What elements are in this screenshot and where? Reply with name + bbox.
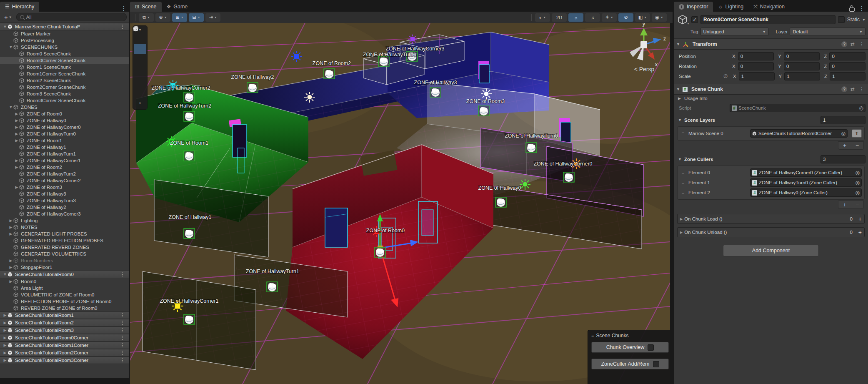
hierarchy-item[interactable]: REFLECTION PROBE of ZONE of Room0 [0, 298, 129, 305]
static-checkbox[interactable] [838, 16, 845, 23]
scale-tool-button[interactable] [134, 65, 146, 76]
hierarchy-item[interactable]: ▶SceneChunkTutorialRoom3Corner⋮ [0, 356, 129, 364]
custom-tools-button[interactable]: ▼ [134, 98, 146, 108]
expand-arrow-icon[interactable]: ▶ [3, 358, 8, 362]
view-tool-button[interactable] [134, 33, 146, 43]
zoneculler-addrem-checkbox[interactable] [653, 361, 659, 367]
hierarchy-item[interactable]: ▶ZONE of Room3 [0, 184, 129, 191]
scene-layers-foldout[interactable]: ▼Scene Layers 1 [674, 115, 868, 125]
scene-menu-icon[interactable]: ⋮ [118, 23, 128, 30]
layer-dropdown[interactable]: Default▼ [790, 28, 865, 36]
hierarchy-item[interactable]: ▶ZONE of HallwayCorner0 [0, 124, 129, 131]
expand-arrow-icon[interactable]: ▼ [8, 105, 13, 109]
hierarchy-item[interactable]: ZONE of HallwayCorner3 [0, 211, 129, 217]
move-tool-button[interactable] [134, 44, 146, 54]
hierarchy-item[interactable]: ▶SceneChunkTutorialRoom2⋮ [0, 319, 129, 326]
audio-mute-button[interactable]: ♫ [585, 13, 600, 22]
hierarchy-item[interactable]: Room1Corner SceneChunk [0, 70, 129, 77]
drag-handle-icon[interactable]: = [680, 180, 686, 185]
expand-arrow-icon[interactable]: ▶ [14, 118, 19, 123]
gameobject-cube-icon[interactable]: ▼ [676, 14, 689, 25]
zone-culler-field[interactable]: # ZONE of HallwayCorner0 (Zone Culler) ◎ [750, 168, 862, 177]
active-checkbox[interactable]: ✓ [691, 16, 698, 23]
scene-chunk-header[interactable]: ▼ # Scene Chunk ? ⇄ ⋮ [674, 84, 868, 95]
marrow-scene-field[interactable]: SceneChunkTutorialRoom0Corner ◎ [750, 129, 848, 138]
inspector-menu-icon[interactable]: ⋮ [856, 5, 867, 12]
expand-arrow-icon[interactable]: ▶ [8, 218, 13, 223]
hierarchy-item[interactable]: GENERATED REFLECTION PROBES [0, 237, 129, 244]
scale-x-field[interactable]: 1 [739, 72, 775, 80]
position-z-field[interactable]: 0 [829, 52, 865, 60]
tab-game[interactable]: ❖ Game [162, 2, 193, 12]
hierarchy-item[interactable]: ▶ZONE of HallwayTurn0 [0, 131, 129, 137]
hierarchy-item[interactable]: ▶ZONE of Hallway0 [0, 117, 129, 124]
expand-arrow-icon[interactable]: ▼ [3, 25, 8, 29]
hierarchy-item[interactable]: ZONE of HallwayTurn1 [0, 151, 129, 157]
usage-info-foldout[interactable]: ▶Usage Info [674, 95, 868, 102]
hierarchy-item[interactable]: ▶ZONE of Room1 [0, 137, 129, 144]
expand-arrow-icon[interactable]: ▶ [8, 259, 13, 263]
expand-arrow-icon[interactable]: ▶ [8, 225, 13, 229]
hierarchy-menu-icon[interactable]: ⋮ [118, 5, 129, 12]
tool-handle-rotation-button[interactable]: ⧉▼ [139, 13, 154, 22]
expand-arrow-icon[interactable]: ▶ [14, 125, 19, 129]
rotation-x-field[interactable]: 0 [738, 62, 774, 70]
hierarchy-item[interactable]: ZONE of Hallway1 [0, 144, 129, 151]
hierarchy-item[interactable]: ▼SCENECHUNKS [0, 44, 129, 50]
object-picker-icon[interactable]: ◎ [855, 170, 860, 176]
expand-arrow-icon[interactable]: ▶ [14, 158, 19, 163]
scene-ref-type-toggle[interactable]: T [852, 129, 862, 138]
tab-inspector[interactable]: i Inspector [674, 2, 713, 12]
scene-lighting-button[interactable]: ☼ [568, 13, 583, 22]
tag-dropdown[interactable]: Untagged▼ [700, 28, 769, 36]
hierarchy-item[interactable]: ▶GENERATED LIGHT PROBES [0, 231, 129, 237]
scene-menu-icon[interactable]: ⋮ [118, 357, 128, 364]
static-dropdown-icon[interactable]: ▼ [862, 18, 865, 22]
hierarchy-item[interactable]: ZONE of HallwayTurn2 [0, 171, 129, 177]
add-element-button[interactable]: + [838, 201, 851, 208]
hierarchy-item[interactable]: ZONE of HallwayCorner2 [0, 177, 129, 184]
add-element-button[interactable]: + [838, 142, 851, 149]
object-picker-icon[interactable]: ◎ [855, 190, 860, 196]
hierarchy-item[interactable]: ▶RoomNumbers [0, 257, 129, 264]
shading-mode-button[interactable]: ◐▼ [535, 13, 550, 22]
effects-button[interactable]: ✳▼ [602, 13, 617, 22]
scene-menu-icon[interactable]: ⋮ [118, 349, 128, 356]
scene-layers-size-field[interactable]: 1 [820, 116, 865, 124]
hierarchy-item[interactable]: VOLUMETRIC of ZONE of Room0 [0, 291, 129, 298]
expand-arrow-icon[interactable]: ▶ [3, 343, 8, 347]
hierarchy-item[interactable]: ▶Lighting [0, 217, 129, 224]
chunk-overview-checkbox[interactable] [648, 344, 654, 351]
zone-culler-field[interactable]: # ZONE of Hallway0 (Zone Culler) ◎ [750, 188, 862, 197]
object-picker-icon[interactable]: ◎ [859, 105, 863, 111]
scene-menu-icon[interactable]: ⋮ [118, 271, 128, 278]
rotation-z-field[interactable]: 0 [829, 62, 865, 70]
hierarchy-item[interactable]: ▶SceneChunkTutorialRoom2Corner⋮ [0, 349, 129, 356]
hierarchy-item[interactable]: Room3Corner SceneChunk [0, 97, 129, 104]
remove-element-button[interactable]: − [851, 201, 863, 208]
camera-settings-button[interactable]: ◧▼ [635, 13, 650, 22]
hierarchy-item[interactable]: ▼Marrow Scene Chunk Tutorial*⋮ [0, 23, 129, 30]
hierarchy-item[interactable]: REVERB ZONE of ZONE of Room0 [0, 305, 129, 311]
hierarchy-item[interactable]: ▶StopgapFloor1 [0, 264, 129, 271]
foldout-icon[interactable]: ▼ [676, 87, 680, 91]
hierarchy-search-input[interactable]: All [16, 13, 127, 21]
hierarchy-item[interactable]: Room2Corner SceneChunk [0, 84, 129, 90]
rect-tool-button[interactable] [134, 76, 146, 87]
lock-icon[interactable] [849, 8, 855, 12]
zone-cullers-size-field[interactable]: 3 [820, 155, 865, 163]
expand-arrow-icon[interactable]: ▶ [3, 336, 8, 340]
create-object-button[interactable]: +▼ [3, 14, 14, 21]
expand-arrow-icon[interactable]: ▶ [8, 279, 13, 284]
drag-handle-icon[interactable]: ≡ [591, 333, 593, 338]
presets-icon[interactable]: ⇄ [849, 86, 856, 92]
object-picker-icon[interactable]: ◎ [855, 180, 860, 186]
presets-icon[interactable]: ⇄ [849, 41, 856, 47]
component-menu-icon[interactable]: ⋮ [858, 86, 865, 92]
expand-arrow-icon[interactable]: ▶ [3, 313, 8, 317]
hierarchy-item[interactable]: ZONE of Hallway2 [0, 204, 129, 211]
persp-label[interactable]: < Persp [634, 66, 655, 73]
hierarchy-item[interactable]: Area Light [0, 285, 129, 291]
on-chunk-load-event[interactable]: ▶ On Chunk Load () 0 + [677, 214, 865, 224]
tab-scene[interactable]: ⊞ Scene [130, 2, 162, 12]
